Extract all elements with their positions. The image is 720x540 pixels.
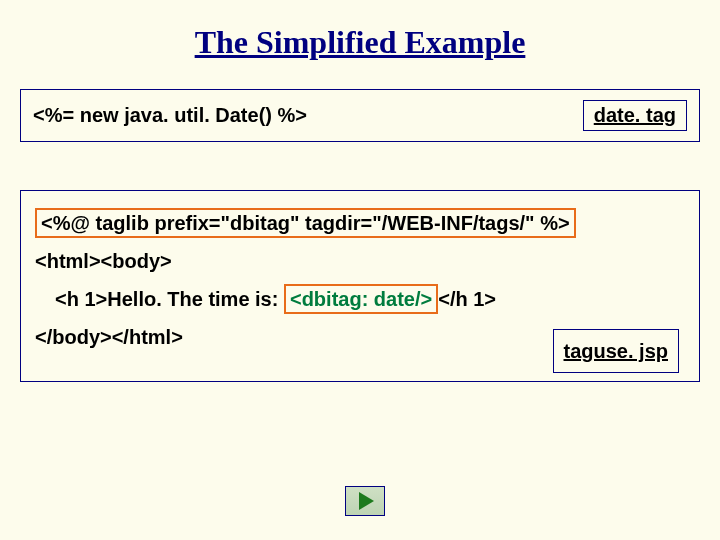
- code-line-hello: <h 1>Hello. The time is: <dbitag: date/>…: [35, 281, 685, 317]
- code-text-hello-suffix: </h 1>: [438, 288, 496, 310]
- play-icon: [359, 492, 374, 510]
- next-slide-button[interactable]: [345, 486, 385, 516]
- filename-label-taguse-jsp: taguse. jsp: [553, 329, 679, 373]
- code-snippet-date: <%= new java. util. Date() %>: [33, 104, 307, 127]
- code-box-taguse-jsp: <%@ taglib prefix="dbitag" tagdir="/WEB-…: [20, 190, 700, 382]
- filename-label-date-tag: date. tag: [583, 100, 687, 131]
- code-text-hello-prefix: <h 1>Hello. The time is:: [55, 288, 284, 310]
- taglib-directive-highlight: <%@ taglib prefix="dbitag" tagdir="/WEB-…: [35, 208, 576, 238]
- custom-tag-highlight: <dbitag: date/>: [284, 284, 438, 314]
- code-box-date-tag: <%= new java. util. Date() %> date. tag: [20, 89, 700, 142]
- slide-title: The Simplified Example: [0, 0, 720, 89]
- code-line-html-open: <html><body>: [35, 243, 685, 279]
